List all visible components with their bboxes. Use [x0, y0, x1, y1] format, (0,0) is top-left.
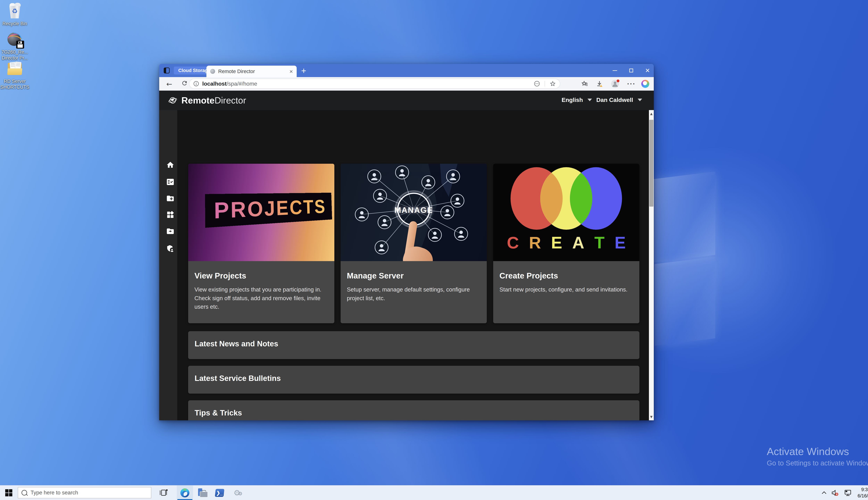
window-maximize-button[interactable] — [623, 64, 639, 77]
scrollbar-thumb[interactable] — [649, 120, 653, 207]
favorites-list-icon[interactable] — [580, 79, 590, 88]
wallpaper-window-pane — [653, 171, 715, 262]
activate-windows-watermark: Activate Windows Go to Settings to activ… — [767, 445, 868, 467]
tab-group-label: Cloud Storage — [178, 68, 210, 73]
taskbar: Type here to search ❯_ ⚙⚙ — [0, 485, 868, 500]
browser-tabstrip: Cloud Storage Remote Director × + ✕ — [159, 64, 654, 77]
network-monitor-icon[interactable] — [844, 490, 852, 496]
tray-chevron-up-icon[interactable] — [822, 491, 826, 496]
browser-toolbar: ← localhost/spa/#/home — [159, 77, 654, 91]
taskbar-edge-button[interactable] — [177, 486, 193, 500]
section-title: Latest Service Bulletins — [189, 366, 639, 383]
window-minimize-button[interactable] — [607, 64, 623, 77]
language-dropdown[interactable]: English — [562, 96, 592, 103]
taskbar-powershell-button[interactable]: ❯_ — [212, 486, 228, 500]
card-title: Create Projects — [500, 271, 558, 280]
recycle-bin-icon: ♻ — [7, 3, 23, 20]
tab-title: Remote Director — [218, 69, 287, 74]
clock-date: 6/16/2025 — [858, 493, 868, 499]
chevron-down-icon — [638, 99, 642, 101]
app-brand: RemoteDirector — [181, 95, 246, 105]
create-letter: C — [507, 233, 519, 252]
card-description: Start new projects, configure, and send … — [500, 285, 633, 294]
create-image: C R E A T E — [493, 164, 639, 261]
task-list-check-icon — [166, 178, 174, 186]
refresh-button[interactable] — [180, 80, 189, 89]
brand-bold: Remote — [181, 95, 215, 105]
app-content: PROJECTS View Projects View existing pro… — [159, 110, 654, 420]
sidebar-item-task-list[interactable] — [166, 178, 174, 186]
card-create-projects[interactable]: C R E A T E Create Projects Start new pr… — [493, 164, 639, 323]
back-button[interactable]: ← — [165, 80, 174, 89]
page-scrollbar[interactable]: ▲ ▼ — [649, 110, 654, 420]
new-tab-button[interactable]: + — [301, 66, 306, 76]
home-icon — [166, 161, 174, 169]
manage-image: MANAGE — [341, 164, 487, 261]
workspaces-icon[interactable] — [164, 68, 170, 73]
system-tray: 9:39 AM 6/16/2025 1 — [823, 486, 868, 500]
desktop-icon-rd-project-file[interactable]: 7G260_Re... Director Pr... — [0, 31, 30, 61]
dashboard-widgets-icon — [166, 211, 174, 219]
desktop-icon-recycle-bin[interactable]: ♻ Recycle Bin — [0, 3, 30, 27]
taskbar-search[interactable]: Type here to search — [18, 487, 151, 498]
sidebar-item-home[interactable] — [166, 161, 174, 169]
section-title: Tips & Tricks — [189, 400, 639, 417]
section-latest-news: Latest News and Notes — [188, 331, 639, 359]
app-sidebar — [159, 110, 177, 420]
user-dropdown[interactable]: Dan Caldwell — [596, 96, 642, 103]
sidebar-item-create-folder[interactable] — [166, 194, 174, 203]
user-name: Dan Caldwell — [596, 96, 633, 103]
card-description: Setup server, manage default settings, c… — [347, 285, 481, 303]
window-close-button[interactable]: ✕ — [639, 64, 654, 77]
ellipsis-circle-icon[interactable] — [534, 81, 540, 87]
scroll-down-icon[interactable]: ▼ — [649, 415, 654, 419]
page-info-icon[interactable] — [193, 81, 199, 87]
tab-favicon-icon — [210, 69, 215, 74]
section-title: Latest News and Notes — [189, 331, 639, 348]
card-description: View existing projects that you are part… — [194, 285, 329, 311]
scroll-up-icon[interactable]: ▲ — [649, 112, 654, 115]
app-header: RemoteDirector English Dan Caldwell — [159, 91, 654, 110]
taskbar-server-manager-button[interactable] — [194, 486, 210, 500]
url-path: /spa/#/home — [227, 81, 257, 87]
search-placeholder: Type here to search — [31, 490, 78, 496]
projects-sign-text: PROJECTS — [214, 196, 327, 223]
powershell-icon: ❯_ — [215, 489, 225, 497]
sidebar-item-move-folder[interactable] — [166, 227, 174, 236]
admin-shield-icon — [166, 244, 174, 252]
manage-button-text: MANAGE — [341, 205, 487, 215]
downloads-icon[interactable] — [595, 79, 604, 88]
create-letter: A — [572, 233, 584, 252]
url-host: localhost — [202, 81, 227, 87]
url-bar[interactable]: localhost/spa/#/home — [189, 79, 560, 89]
sidebar-item-admin[interactable] — [166, 244, 174, 252]
card-manage-server[interactable]: MANAGE Manage Server Setup server, manag… — [341, 164, 487, 323]
start-button[interactable] — [5, 489, 12, 497]
tab-remote-director[interactable]: Remote Director × — [206, 66, 297, 77]
more-menu-icon[interactable]: ··· — [627, 79, 636, 88]
profile-avatar[interactable] — [610, 79, 620, 88]
create-letters: C R E A T E — [493, 233, 639, 252]
search-icon — [22, 490, 27, 496]
projects-image: PROJECTS — [188, 164, 334, 261]
taskbar-clock[interactable]: 9:39 AM 6/16/2025 — [858, 487, 868, 499]
desktop-icon-rd-server-shortcuts[interactable]: RD Server SHORTCUTS — [0, 60, 30, 90]
sidebar-item-dashboard[interactable] — [166, 211, 174, 219]
copilot-icon[interactable] — [640, 79, 650, 88]
server-manager-toolbox-icon — [197, 488, 207, 497]
gears-icon: ⚙⚙ — [233, 488, 240, 497]
card-title: Manage Server — [347, 271, 404, 280]
desktop-icon-label: RD Server — [4, 79, 26, 84]
section-tips-tricks: Tips & Tricks — [188, 400, 639, 420]
edge-browser-icon — [180, 488, 190, 497]
task-view-button[interactable] — [156, 486, 172, 500]
card-view-projects[interactable]: PROJECTS View Projects View existing pro… — [188, 164, 334, 323]
speaker-muted-icon[interactable] — [832, 490, 838, 496]
task-view-icon — [160, 489, 168, 496]
create-letter: E — [615, 233, 626, 252]
tab-close-icon[interactable]: × — [289, 68, 293, 75]
taskbar-services-button[interactable]: ⚙⚙ — [229, 486, 245, 500]
section-service-bulletins: Latest Service Bulletins — [188, 366, 639, 394]
desktop-icon-label: 7G260_Re... — [1, 49, 28, 55]
bookmark-star-icon[interactable] — [549, 80, 556, 87]
